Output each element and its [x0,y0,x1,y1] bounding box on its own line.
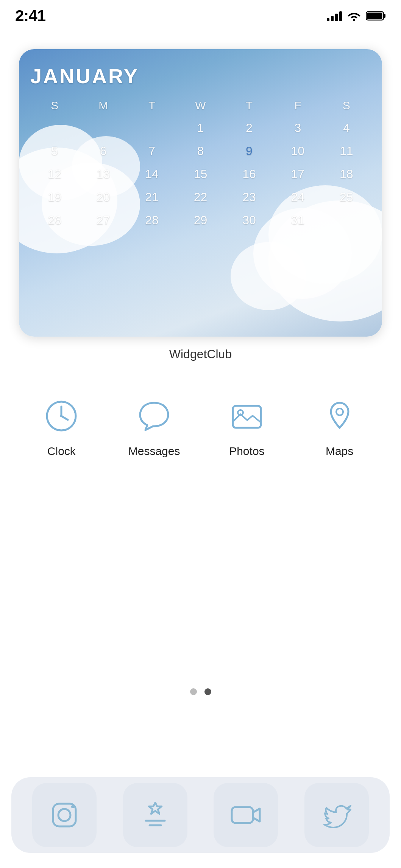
day-header-m: M [79,99,127,112]
svg-rect-2 [367,13,382,19]
clock-icon-wrapper [39,393,84,439]
photos-icon [230,399,264,433]
app-icon-photos[interactable]: Photos [213,393,281,458]
calendar-date: 20 [79,187,127,207]
instagram-icon [47,798,81,832]
maps-icon-wrapper [317,393,362,439]
calendar-date: 25 [322,187,371,207]
calendar-date-today: 9 [225,141,273,161]
app-icon-maps[interactable]: Maps [306,393,374,458]
calendar-grid: S M T W T F S 1 2 3 4 [30,99,371,230]
photos-icon-wrapper [224,393,270,439]
svg-point-12 [71,805,74,808]
photos-label: Photos [229,445,264,458]
dock-app-appstore[interactable] [123,783,187,847]
app-icon-messages[interactable]: Messages [120,393,188,458]
day-header-t1: T [128,99,176,112]
twitter-icon [320,798,354,832]
status-bar: 2:41 [0,0,401,29]
clock-label: Clock [47,445,76,458]
calendar-days-header: S M T W T F S [30,99,371,112]
battery-icon [366,11,386,21]
calendar-date: 31 [273,210,322,230]
calendar-date: 12 [30,164,79,184]
dock [11,777,390,853]
day-header-t2: T [225,99,273,112]
day-header-s1: S [30,99,79,112]
app-icon-clock[interactable]: Clock [27,393,95,458]
widget-label: WidgetClub [0,347,401,361]
messages-icon-wrapper [131,393,177,439]
calendar-date: 19 [30,187,79,207]
day-header-f: F [273,99,322,112]
calendar-date: 30 [225,210,273,230]
calendar-date: 24 [273,187,322,207]
calendar-date: 7 [128,141,176,161]
calendar-date: 14 [128,164,176,184]
svg-point-9 [336,408,343,415]
calendar-background: JANUARY S M T W T F S 1 2 [19,49,382,337]
calendar-date: 10 [273,141,322,161]
appstore-icon [138,798,172,832]
calendar-date: 6 [79,141,127,161]
page-dots [0,688,401,695]
calendar-date: 15 [176,164,225,184]
calendar-month: JANUARY [30,64,371,88]
calendar-date: 18 [322,164,371,184]
calendar-date [322,210,371,230]
dock-app-instagram[interactable] [32,783,97,847]
calendar-widget[interactable]: JANUARY S M T W T F S 1 2 [19,49,382,337]
calendar-date: 2 [225,118,273,138]
day-header-s2: S [322,99,371,112]
maps-label: Maps [326,445,353,458]
calendar-date: 27 [79,210,127,230]
calendar-date: 11 [322,141,371,161]
dock-app-facetime[interactable] [214,783,278,847]
messages-icon [137,399,171,433]
clock-icon [44,399,78,433]
page-dot-1[interactable] [190,688,197,695]
calendar-date: 28 [128,210,176,230]
calendar-date: 29 [176,210,225,230]
facetime-icon [229,798,263,832]
calendar-date: 4 [322,118,371,138]
calendar-date: 22 [176,187,225,207]
messages-label: Messages [128,445,180,458]
calendar-date [128,118,176,138]
calendar-date: 21 [128,187,176,207]
dock-app-twitter[interactable] [304,783,369,847]
calendar-date: 3 [273,118,322,138]
calendar-content: JANUARY S M T W T F S 1 2 [19,49,382,337]
status-time: 2:41 [15,7,45,25]
calendar-date: 16 [225,164,273,184]
calendar-date [30,118,79,138]
status-icons [327,11,386,21]
svg-rect-15 [232,807,253,823]
signal-icon [327,11,342,21]
calendar-date: 5 [30,141,79,161]
calendar-dates: 1 2 3 4 5 6 7 8 9 10 11 12 13 14 15 [30,118,371,230]
calendar-date: 23 [225,187,273,207]
svg-point-6 [60,415,62,417]
day-header-w: W [176,99,225,112]
calendar-date [79,118,127,138]
calendar-date: 17 [273,164,322,184]
calendar-date: 26 [30,210,79,230]
app-icons-row: Clock Messages Photos Maps [0,378,401,473]
svg-point-11 [58,809,70,821]
svg-rect-1 [384,14,385,18]
calendar-date: 13 [79,164,127,184]
calendar-date: 8 [176,141,225,161]
maps-icon [323,399,357,433]
wifi-icon [347,11,361,21]
calendar-date: 1 [176,118,225,138]
page-dot-2[interactable] [204,688,211,695]
